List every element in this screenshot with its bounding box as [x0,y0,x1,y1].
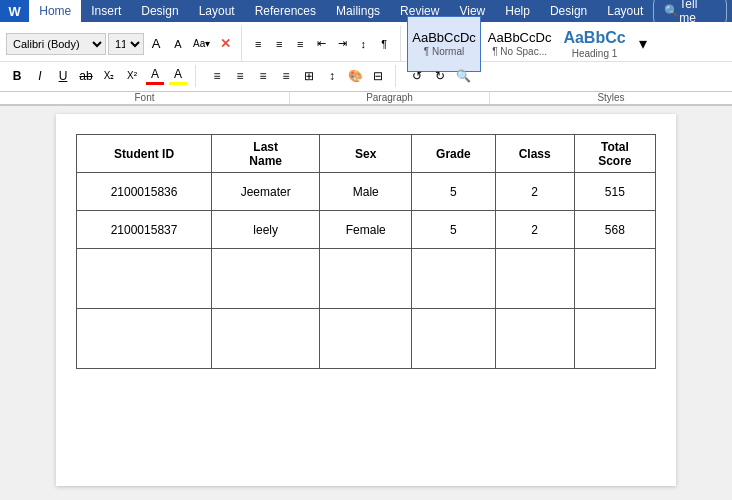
borders-button[interactable]: ⊟ [367,65,389,87]
cell-grade-empty [412,249,495,309]
font-color-button[interactable]: A [144,65,166,87]
search-icon: 🔍 [664,4,679,18]
cell-last-name-empty [212,249,320,309]
style-normal[interactable]: AaBbCcDc ¶ Normal [407,16,481,72]
shading-button[interactable]: 🎨 [344,65,366,87]
line-spacing-button[interactable]: ↕ [321,65,343,87]
cell-student-id: 2100015836 [77,173,212,211]
sort-button[interactable]: ↕ [353,33,373,55]
style-heading1[interactable]: AaBbCc Heading 1 [558,16,630,72]
cell-class-empty2 [495,309,574,369]
align-left-button[interactable]: ≡ [206,65,228,87]
cell-grade: 5 [412,173,495,211]
table-row: 2100015837 leely Female 5 2 568 [77,211,656,249]
table-row [77,249,656,309]
superscript-button[interactable]: X² [121,65,143,87]
col-class: Class [495,135,574,173]
document-area: Student ID LastName Sex Grade Class Tota… [0,106,732,494]
cell-student-id-empty [77,249,212,309]
table-header-row: Student ID LastName Sex Grade Class Tota… [77,135,656,173]
style-normal-preview: AaBbCcDc [412,30,476,46]
subscript-button[interactable]: X₂ [98,65,120,87]
find-button[interactable]: 🔍 [452,65,474,87]
tab-references[interactable]: References [245,0,326,22]
tab-design[interactable]: Design [131,0,188,22]
col-grade: Grade [412,135,495,173]
cell-last-name: Jeemater [212,173,320,211]
columns-button[interactable]: ⊞ [298,65,320,87]
cell-student-id-empty2 [77,309,212,369]
tab-layout[interactable]: Layout [189,0,245,22]
align-right-button[interactable]: ≡ [252,65,274,87]
cell-last-name-empty2 [212,309,320,369]
decrease-indent-button[interactable]: ⇤ [311,33,331,55]
undo-button[interactable]: ↺ [406,65,428,87]
cell-grade: 5 [412,211,495,249]
cell-score-empty2 [574,309,655,369]
cell-class: 2 [495,173,574,211]
show-paragraph-button[interactable]: ¶ [374,33,394,55]
align-center-button[interactable]: ≡ [229,65,251,87]
cell-last-name: leely [212,211,320,249]
tab-insert[interactable]: Insert [81,0,131,22]
col-last-name: LastName [212,135,320,173]
tab-mailings[interactable]: Mailings [326,0,390,22]
cell-sex: Female [320,211,412,249]
numbering-button[interactable]: ≡ [269,33,289,55]
cell-sex-empty [320,249,412,309]
cell-score-empty [574,249,655,309]
tell-me-label: Tell me [679,0,716,25]
change-case-button[interactable]: Aa▾ [190,33,213,55]
more-styles-button[interactable]: ▾ [633,33,653,55]
strikethrough-button[interactable]: ab [75,65,97,87]
cell-class-empty [495,249,574,309]
increase-font-button[interactable]: A [146,33,166,55]
font-color-bar [146,82,164,85]
tell-me-box[interactable]: 🔍 Tell me [653,0,727,28]
col-student-id: Student ID [77,135,212,173]
cell-grade-empty2 [412,309,495,369]
multilevel-button[interactable]: ≡ [290,33,310,55]
cell-total-score: 568 [574,211,655,249]
cell-student-id: 2100015837 [77,211,212,249]
paragraph-section-label: Paragraph [290,92,490,104]
document-page[interactable]: Student ID LastName Sex Grade Class Tota… [56,114,676,486]
tab-home[interactable]: Home [29,0,81,22]
table-row: 2100015836 Jeemater Male 5 2 515 [77,173,656,211]
redo-button[interactable]: ↻ [429,65,451,87]
style-heading1-preview: AaBbCc [563,28,625,47]
style-heading1-label: Heading 1 [572,48,618,59]
italic-button[interactable]: I [29,65,51,87]
col-sex: Sex [320,135,412,173]
col-total-score: TotalScore [574,135,655,173]
styles-section-label: Styles [490,92,732,104]
style-no-space-label: ¶ No Spac... [492,46,547,57]
decrease-font-button[interactable]: A [168,33,188,55]
font-size-select[interactable]: 11 [108,33,144,55]
bullets-button[interactable]: ≡ [248,33,268,55]
increase-indent-button[interactable]: ⇥ [332,33,352,55]
justify-button[interactable]: ≡ [275,65,297,87]
highlight-color-bar [169,82,187,85]
underline-button[interactable]: U [52,65,74,87]
style-no-space[interactable]: AaBbCcDc ¶ No Spac... [483,16,557,72]
font-family-select[interactable]: Calibri (Body) [6,33,106,55]
word-icon: W [0,0,29,22]
style-no-space-preview: AaBbCcDc [488,30,552,46]
clear-formatting-button[interactable]: ✕ [215,33,235,55]
cell-total-score: 515 [574,173,655,211]
highlight-color-button[interactable]: A [167,65,189,87]
cell-sex-empty2 [320,309,412,369]
table-row [77,309,656,369]
style-normal-label: ¶ Normal [424,46,464,57]
cell-sex: Male [320,173,412,211]
data-table: Student ID LastName Sex Grade Class Tota… [76,134,656,369]
cell-class: 2 [495,211,574,249]
bold-button[interactable]: B [6,65,28,87]
font-section-label: Font [0,92,290,104]
